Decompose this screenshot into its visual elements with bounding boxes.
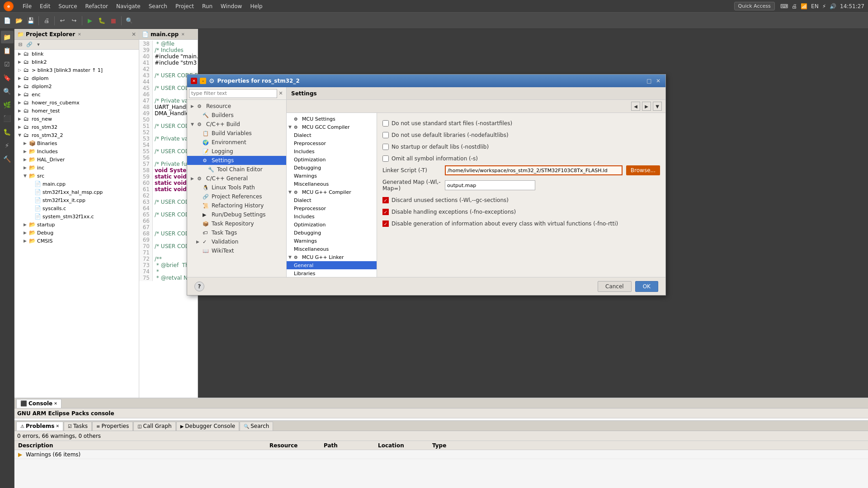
sidebar-icon-search[interactable]: 🔍	[1, 85, 14, 98]
link-editor-button[interactable]: 🔗	[25, 41, 33, 49]
tree-item-startup[interactable]: ▶ 📂 startup	[14, 221, 139, 229]
nav-tool-chain-editor[interactable]: 🔧 Tool Chain Editor	[187, 165, 286, 174]
tab-console[interactable]: ⬛ Console ✕	[16, 399, 61, 408]
checkbox-nostartfiles-input[interactable]	[382, 120, 389, 127]
problems-row-warnings[interactable]: ▶ Warnings (66 items)	[14, 450, 868, 459]
sidebar-icon-bookmarks[interactable]: 🔖	[1, 71, 14, 84]
project-explorer-close-button[interactable]: ✕	[132, 31, 136, 38]
tab-debugger-console[interactable]: ▶ Debugger Console	[176, 422, 240, 431]
nav-validation[interactable]: ▶ ✓ Validation	[187, 237, 286, 246]
settings-nav-down[interactable]: ▼	[653, 102, 662, 111]
dialog-maximize-button[interactable]: □	[646, 77, 653, 84]
nav-project-refs[interactable]: 🔗 Project References	[187, 192, 286, 201]
menu-navigate[interactable]: Navigate	[113, 2, 144, 11]
settings-gpp-misc[interactable]: Miscellaneous	[287, 245, 377, 253]
nav-resource[interactable]: ▶ ⚙ Resource	[187, 102, 286, 111]
tree-item-stm-hal[interactable]: 📄 stm32f1xx_hal_msp.cpp	[14, 188, 139, 196]
sidebar-icon-build[interactable]: 🔨	[1, 153, 14, 165]
menu-button[interactable]: ▾	[34, 41, 42, 49]
tab-call-graph[interactable]: ◫ Call Graph	[133, 422, 175, 431]
save-button[interactable]: 💾	[25, 15, 36, 26]
undo-button[interactable]: ↩	[57, 15, 68, 26]
tree-item-blink2[interactable]: ▶ 🗂 blink2	[14, 58, 139, 66]
nav-cpp-build[interactable]: ▼ ⚙ C/C++ Build	[187, 120, 286, 129]
tree-item-debug[interactable]: ▶ 📂 Debug	[14, 229, 139, 237]
quick-access-input[interactable]: Quick Access	[734, 2, 775, 10]
settings-mcu-settings[interactable]: ⚙ MCU Settings	[287, 115, 377, 123]
dialog-x-button[interactable]: ✕	[655, 77, 662, 84]
tree-item-hower-ros[interactable]: ▶ 🗂 hower_ros_cubemx	[14, 99, 139, 107]
help-button[interactable]: ?	[194, 282, 204, 291]
nav-cpp-general[interactable]: ▶ ⚙ C/C++ General	[187, 174, 286, 183]
menu-window[interactable]: Window	[217, 2, 245, 11]
settings-gcc-debugging[interactable]: Debugging	[287, 164, 377, 172]
browse-button[interactable]: Browse...	[626, 165, 660, 175]
tree-item-stm-it[interactable]: 📄 stm32f1xx_it.cpp	[14, 196, 139, 204]
tree-item-homer-test[interactable]: ▶ 🗂 homer_test	[14, 107, 139, 115]
stop-button[interactable]: ■	[108, 15, 119, 26]
collapse-all-button[interactable]: ⊟	[16, 41, 24, 49]
sidebar-icon-arduino[interactable]: ⚡	[1, 139, 14, 152]
settings-gcc-misc[interactable]: Miscellaneous	[287, 180, 377, 188]
nav-settings[interactable]: ⚙ Settings	[187, 156, 286, 165]
menu-help[interactable]: Help	[246, 2, 266, 11]
menu-refactor[interactable]: Refactor	[82, 2, 112, 11]
settings-linker-general[interactable]: General	[287, 261, 377, 269]
open-button[interactable]: 📂	[14, 15, 24, 26]
tree-item-blink[interactable]: ▶ 🗂 blink	[14, 50, 139, 58]
settings-gpp-includes[interactable]: Includes	[287, 212, 377, 221]
nav-wikitext[interactable]: 📖 WikiText	[187, 246, 286, 255]
nav-logging[interactable]: 📝 Logging	[187, 147, 286, 156]
settings-gpp-preprocessor[interactable]: Preprocessor	[287, 204, 377, 212]
tree-item-diplom2[interactable]: ▶ 🗂 diplom2	[14, 82, 139, 90]
nav-task-tags[interactable]: 🏷 Task Tags	[187, 228, 286, 237]
filter-input[interactable]	[189, 89, 277, 98]
tree-item-includes[interactable]: ▶ 📂 Includes	[14, 147, 139, 155]
menu-source[interactable]: Source	[55, 2, 80, 11]
settings-nav-fwd[interactable]: ▶	[642, 102, 651, 111]
settings-gpp-warnings[interactable]: Warnings	[287, 237, 377, 245]
nav-run-debug[interactable]: ▶ Run/Debug Settings	[187, 210, 286, 219]
print-button[interactable]: 🖨	[41, 15, 52, 26]
ok-button[interactable]: OK	[635, 281, 658, 292]
tree-item-blink3[interactable]: ▷ 🗂 > blink3 [blink3 master ↑ 1]	[14, 66, 139, 74]
settings-mcu-gpp-compiler[interactable]: ▼ ⚙ MCU G++ Compiler	[287, 188, 377, 196]
sidebar-icon-git[interactable]: 🌿	[1, 99, 14, 111]
sidebar-icon-tasks[interactable]: ☑	[1, 58, 14, 70]
settings-gcc-optimization[interactable]: Optimization	[287, 155, 377, 164]
settings-gpp-debugging[interactable]: Debugging	[287, 229, 377, 237]
redo-button[interactable]: ↪	[69, 15, 80, 26]
settings-nav-back[interactable]: ◀	[631, 102, 640, 111]
tab-tasks[interactable]: ☑ Tasks	[64, 422, 92, 431]
sidebar-icon-explorer[interactable]: 📁	[1, 31, 14, 43]
problems-tab-close[interactable]: ✕	[56, 424, 59, 428]
settings-linker-libraries[interactable]: Libraries	[287, 269, 377, 277]
tree-item-inc[interactable]: ▶ 📂 inc	[14, 164, 139, 172]
settings-gcc-preprocessor[interactable]: Preprocessor	[287, 139, 377, 147]
tree-item-binaries[interactable]: ▶ 📦 Binaries	[14, 139, 139, 147]
tab-properties[interactable]: ≡ Properties	[92, 422, 133, 431]
nav-builders[interactable]: 🔨 Builders	[187, 111, 286, 120]
settings-mcu-gcc-compiler[interactable]: ▼ ⚙ MCU GCC Compiler	[287, 123, 377, 131]
settings-gcc-warnings[interactable]: Warnings	[287, 172, 377, 180]
tree-item-src[interactable]: ▼ 📂 src	[14, 172, 139, 180]
run-button[interactable]: ▶	[85, 15, 95, 26]
menu-file[interactable]: File	[19, 2, 35, 11]
settings-gpp-optimization[interactable]: Optimization	[287, 221, 377, 229]
tree-item-ros-new[interactable]: ▶ 🗂 ros_new	[14, 115, 139, 123]
filter-clear-button[interactable]: ✕	[277, 90, 284, 97]
tree-item-cmsis[interactable]: ▶ 📂 CMSIS	[14, 237, 139, 245]
checkbox-omit-input[interactable]	[382, 155, 389, 162]
cancel-button[interactable]: Cancel	[598, 281, 632, 292]
nav-linux-tools[interactable]: 🐧 Linux Tools Path	[187, 183, 286, 192]
sidebar-icon-terminal[interactable]: ⬛	[1, 112, 14, 125]
tree-item-hal-driver[interactable]: ▶ 📂 HAL_Driver	[14, 155, 139, 164]
new-button[interactable]: 📄	[2, 15, 13, 26]
checkbox-nostdlib-input[interactable]	[382, 144, 389, 150]
menu-run[interactable]: Run	[198, 2, 216, 11]
tab-search[interactable]: 🔍 Search	[240, 422, 273, 431]
nav-task-repo[interactable]: 📦 Task Repository	[187, 219, 286, 228]
settings-mcu-gpp-linker[interactable]: ▼ ⚙ MCU G++ Linker	[287, 253, 377, 261]
tree-item-ros-stm32[interactable]: ▶ 🗂 ros_stm32	[14, 123, 139, 131]
tree-item-diplom[interactable]: ▶ 🗂 diplom	[14, 74, 139, 82]
